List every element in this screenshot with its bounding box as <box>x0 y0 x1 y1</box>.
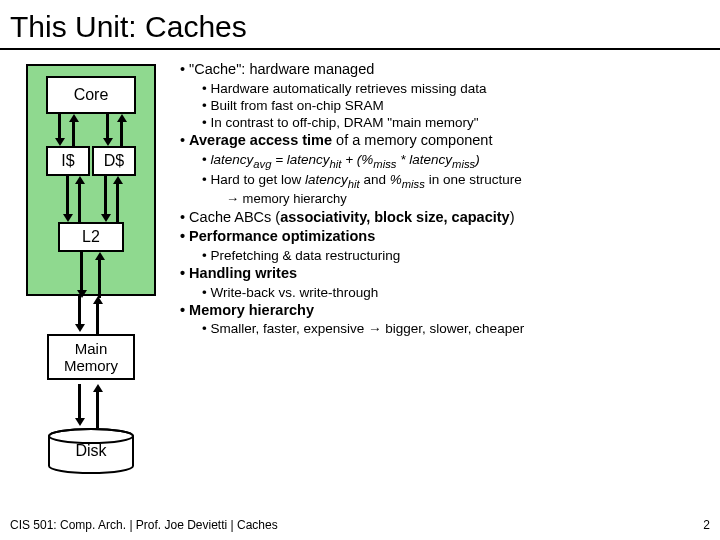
bullet-hw-retrieves: Hardware automatically retrieves missing… <box>202 80 714 97</box>
txt: Hard to get low <box>210 172 305 187</box>
sub-arrow-hierarchy: → memory hierarchy <box>226 191 714 208</box>
bullet-prefetch: Prefetching & data restructuring <box>202 247 714 264</box>
arrow-down-icon <box>103 138 113 146</box>
l2-box: L2 <box>58 222 124 252</box>
arrow-down-icon <box>101 214 111 222</box>
bullet-sram: Built from fast on-chip SRAM <box>202 97 714 114</box>
arrow-shaft <box>58 114 61 138</box>
txt: = latency <box>271 152 329 167</box>
content-row: Core I$ D$ L2 <box>0 58 720 474</box>
bullet-hierarchy: Memory hierarchy <box>180 301 714 320</box>
diagram-column: Core I$ D$ L2 <box>6 58 176 474</box>
txt: Average access time <box>189 132 332 148</box>
arrow-shaft <box>66 176 69 214</box>
slide-title: This Unit: Caches <box>0 0 720 50</box>
txt: * latency <box>396 152 452 167</box>
bullet-wb-wt: Write-back vs. write-through <box>202 284 714 301</box>
txt: of a memory component <box>332 132 492 148</box>
arrow-up-icon <box>93 384 103 392</box>
sub: hit <box>330 158 342 170</box>
txt: associativity, block size, capacity <box>280 209 509 225</box>
arrow-down-icon <box>55 138 65 146</box>
mainmem-line1: Main <box>49 340 133 357</box>
arrow-down-icon <box>63 214 73 222</box>
bullet-latency-formula: latencyavg = latencyhit + (%miss * laten… <box>202 151 714 171</box>
txt: % <box>390 172 402 187</box>
sub: avg <box>253 158 271 170</box>
arrow-up-icon <box>75 176 85 184</box>
arrow-down-icon <box>75 324 85 332</box>
arrow-gap2 <box>26 380 156 428</box>
arrow-up-icon <box>69 114 79 122</box>
txt: latency <box>210 152 253 167</box>
txt: ) <box>475 152 480 167</box>
disk-box: Disk <box>47 428 135 474</box>
txt: in one structure <box>425 172 522 187</box>
bullet-dram: In contrast to off-chip, DRAM "main memo… <box>202 114 714 131</box>
arrow-up-icon <box>117 114 127 122</box>
icache-box: I$ <box>46 146 90 176</box>
bullet-perf-opt: Performance optimizations <box>180 227 714 246</box>
arrow-shaft <box>78 384 81 420</box>
txt: and <box>360 172 390 187</box>
txt: + (% <box>341 152 373 167</box>
page-number: 2 <box>703 518 710 532</box>
chip-box: Core I$ D$ L2 <box>26 64 156 296</box>
arrow-down-icon <box>75 418 85 426</box>
arrow-shaft <box>120 122 123 146</box>
arrow-shaft <box>78 296 81 326</box>
mainmem-box: Main Memory <box>47 334 135 380</box>
arrow-gap <box>26 296 156 334</box>
arrow-up-icon <box>93 296 103 304</box>
footer-left: CIS 501: Comp. Arch. | Prof. Joe Deviett… <box>10 518 278 532</box>
footer: CIS 501: Comp. Arch. | Prof. Joe Deviett… <box>10 518 710 532</box>
arrow-shaft <box>104 176 107 214</box>
arrow-shaft <box>80 252 83 292</box>
bullet-hard-low: Hard to get low latencyhit and %miss in … <box>202 171 714 208</box>
arrow-shaft <box>98 258 101 298</box>
sub: miss <box>373 158 396 170</box>
txt: latency <box>305 172 348 187</box>
txt: Cache ABCs ( <box>189 209 280 225</box>
bullets-column: "Cache": hardware managed Hardware autom… <box>176 58 714 474</box>
bullet-avg-access: Average access time of a memory componen… <box>180 131 714 150</box>
sub: hit <box>348 178 360 190</box>
sub: miss <box>452 158 475 170</box>
arrow-up-icon <box>95 252 105 260</box>
bullet-smaller-faster: Smaller, faster, expensive → bigger, slo… <box>202 320 714 337</box>
bullet-cache: "Cache": hardware managed <box>180 60 714 79</box>
bullet-abcs: Cache ABCs (associativity, block size, c… <box>180 208 714 227</box>
arrow-shaft <box>72 122 75 146</box>
txt: ) <box>510 209 515 225</box>
arrow-up-icon <box>113 176 123 184</box>
arrow-shaft <box>116 184 119 222</box>
dcache-box: D$ <box>92 146 136 176</box>
disk-label: Disk <box>47 428 135 474</box>
sub: miss <box>402 178 425 190</box>
mainmem-line2: Memory <box>49 357 133 374</box>
arrow-shaft <box>96 392 99 428</box>
arrow-shaft <box>106 114 109 138</box>
arrow-shaft <box>96 304 99 334</box>
core-box: Core <box>46 76 136 114</box>
arrow-shaft <box>78 184 81 222</box>
bullet-writes: Handling writes <box>180 264 714 283</box>
